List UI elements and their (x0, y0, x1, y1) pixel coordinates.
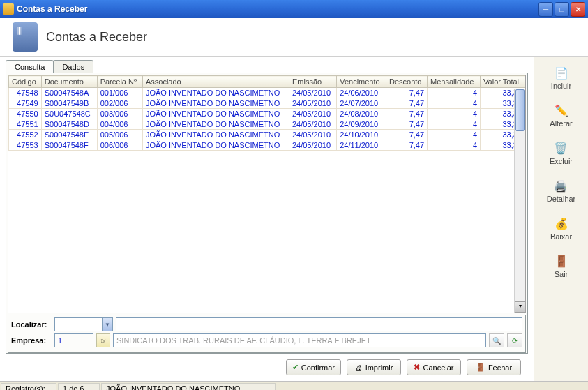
status-detail: JOÃO INVENTADO DO NASCIMETNO (101, 383, 276, 391)
cell-mensalidade[interactable]: 4 (428, 140, 481, 151)
cell-documento[interactable]: S00047549B (41, 98, 97, 109)
col-emissao[interactable]: Emissão (289, 76, 336, 88)
table-row[interactable]: 47553S00047548F006/006JOÃO INVENTADO DO … (9, 140, 525, 151)
cell-codigo[interactable]: 47551 (9, 119, 42, 130)
cell-documento[interactable]: S00047548F (41, 140, 97, 151)
sair-button[interactable]: 🚪 Sair (554, 253, 569, 278)
cell-desconto[interactable]: 7,47 (386, 140, 427, 151)
cell-mensalidade[interactable]: 4 (428, 88, 481, 98)
cell-desconto[interactable]: 7,47 (386, 119, 427, 130)
cell-parcela[interactable]: 001/006 (97, 88, 142, 98)
table-row[interactable]: 47552S00047548E005/006JOÃO INVENTADO DO … (9, 130, 525, 140)
table-row[interactable]: 47549S00047549B002/006JOÃO INVENTADO DO … (9, 98, 525, 109)
data-grid[interactable]: Código Documento Parcela Nº Associado Em… (8, 75, 526, 313)
cell-parcela[interactable]: 002/006 (97, 98, 142, 109)
baixar-button[interactable]: 💰 Baixar (550, 216, 572, 241)
cell-codigo[interactable]: 47550 (9, 109, 42, 119)
scrollbar-thumb[interactable] (515, 89, 525, 131)
empresa-code-input[interactable]: 1 (54, 333, 93, 347)
status-label: Registro(s): (1, 383, 56, 391)
cancelar-button[interactable]: ✖ Cancelar (407, 359, 461, 375)
cell-parcela[interactable]: 004/006 (97, 119, 142, 130)
col-parcela[interactable]: Parcela Nº (97, 76, 142, 88)
sair-label: Sair (555, 270, 568, 278)
col-mensalidade[interactable]: Mensalidade (428, 76, 481, 88)
cell-documento[interactable]: S0U047548C (41, 109, 97, 119)
alterar-button[interactable]: ✏️ Alterar (550, 103, 572, 128)
cell-parcela[interactable]: 005/006 (97, 130, 142, 140)
cell-emissao[interactable]: 24/05/2010 (289, 109, 336, 119)
door-icon: 🚪 (476, 363, 485, 372)
cell-associado[interactable]: JOÃO INVENTADO DO NASCIMETNO (142, 88, 289, 98)
chevron-down-icon[interactable]: ▼ (102, 318, 112, 331)
cell-vencimento[interactable]: 24/09/2010 (337, 119, 386, 130)
cell-vencimento[interactable]: 24/08/2010 (337, 109, 386, 119)
status-count: 1 de 6 (58, 383, 100, 391)
cell-codigo[interactable]: 47553 (9, 140, 42, 151)
cell-mensalidade[interactable]: 4 (428, 98, 481, 109)
table-row[interactable]: 47551S00047548D004/006JOÃO INVENTADO DO … (9, 119, 525, 130)
cell-emissao[interactable]: 24/05/2010 (289, 88, 336, 98)
cell-associado[interactable]: JOÃO INVENTADO DO NASCIMETNO (142, 109, 289, 119)
table-row[interactable]: 47550S0U047548C003/006JOÃO INVENTADO DO … (9, 109, 525, 119)
cell-associado[interactable]: JOÃO INVENTADO DO NASCIMETNO (142, 140, 289, 151)
cell-codigo[interactable]: 47548 (9, 88, 42, 98)
close-button[interactable]: ✕ (571, 2, 585, 17)
cell-documento[interactable]: S00047548A (41, 88, 97, 98)
localizar-value-input[interactable] (116, 317, 522, 331)
cell-vencimento[interactable]: 24/10/2010 (337, 130, 386, 140)
cell-documento[interactable]: S00047548E (41, 130, 97, 140)
table-row[interactable]: 47548S00047548A001/006JOÃO INVENTADO DO … (9, 88, 525, 98)
cell-desconto[interactable]: 7,47 (386, 88, 427, 98)
cell-associado[interactable]: JOÃO INVENTADO DO NASCIMETNO (142, 119, 289, 130)
cell-vencimento[interactable]: 24/06/2010 (337, 88, 386, 98)
check-icon: ✔ (292, 363, 299, 372)
fechar-label: Fechar (488, 363, 512, 372)
cell-mensalidade[interactable]: 4 (428, 130, 481, 140)
moneybag-icon: 💰 (554, 216, 569, 231)
empresa-lookup-button[interactable]: ☞ (96, 333, 110, 347)
cell-documento[interactable]: S00047548D (41, 119, 97, 130)
cell-desconto[interactable]: 7,47 (386, 109, 427, 119)
col-vencimento[interactable]: Vencimento (337, 76, 386, 88)
cell-emissao[interactable]: 24/05/2010 (289, 119, 336, 130)
cell-emissao[interactable]: 24/05/2010 (289, 98, 336, 109)
excluir-button[interactable]: 🗑️ Excluir (550, 140, 573, 165)
x-icon: ✖ (414, 363, 420, 372)
col-associado[interactable]: Associado (142, 76, 289, 88)
cell-parcela[interactable]: 003/006 (97, 109, 142, 119)
detalhar-button[interactable]: 🖨️ Detalhar (547, 178, 576, 203)
cell-associado[interactable]: JOÃO INVENTADO DO NASCIMETNO (142, 98, 289, 109)
scroll-down-icon[interactable]: ▾ (515, 301, 525, 313)
cell-mensalidade[interactable]: 4 (428, 119, 481, 130)
cell-vencimento[interactable]: 24/07/2010 (337, 98, 386, 109)
maximize-button[interactable]: □ (555, 2, 569, 17)
search-button[interactable]: 🔍 (489, 333, 504, 347)
cell-vencimento[interactable]: 24/11/2010 (337, 140, 386, 151)
vertical-scrollbar[interactable]: ▾ (514, 89, 525, 313)
cell-codigo[interactable]: 47549 (9, 98, 42, 109)
cell-codigo[interactable]: 47552 (9, 130, 42, 140)
cell-emissao[interactable]: 24/05/2010 (289, 140, 336, 151)
col-documento[interactable]: Documento (41, 76, 97, 88)
fechar-button[interactable]: 🚪 Fechar (467, 359, 521, 375)
imprimir-button[interactable]: 🖨 Imprimir (347, 359, 401, 375)
minimize-button[interactable]: ─ (538, 2, 553, 17)
refresh-button[interactable]: ⟳ (507, 333, 522, 347)
confirmar-button[interactable]: ✔ Confirmar (286, 359, 341, 375)
col-valor[interactable]: Valor Total (481, 76, 525, 88)
col-codigo[interactable]: Código (9, 76, 42, 88)
col-desconto[interactable]: Desconto (386, 76, 427, 88)
cell-mensalidade[interactable]: 4 (428, 109, 481, 119)
tab-dados[interactable]: Dados (53, 60, 93, 73)
incluir-label: Incluir (551, 82, 571, 90)
cell-parcela[interactable]: 006/006 (97, 140, 142, 151)
cell-associado[interactable]: JOÃO INVENTADO DO NASCIMETNO (142, 130, 289, 140)
document-check-icon: 📄 (554, 65, 569, 80)
tab-consulta[interactable]: Consulta (6, 60, 54, 73)
cell-desconto[interactable]: 7,47 (386, 130, 427, 140)
incluir-button[interactable]: 📄 Incluir (551, 65, 571, 90)
cell-emissao[interactable]: 24/05/2010 (289, 130, 336, 140)
cell-desconto[interactable]: 7,47 (386, 98, 427, 109)
localizar-field-combo[interactable]: ▼ (54, 317, 113, 331)
